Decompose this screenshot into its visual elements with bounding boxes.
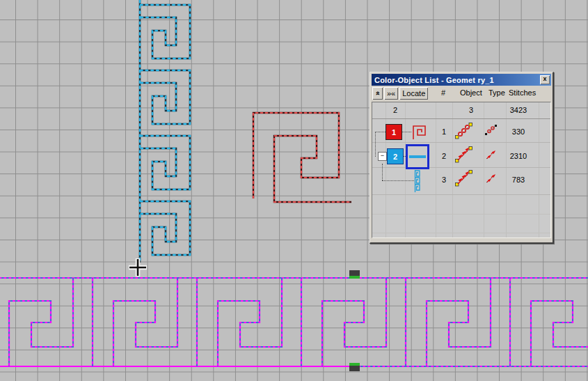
window-toolbar: » »« Locate # Object Type Stitches: [372, 86, 551, 101]
grid-line: [452, 102, 453, 238]
minus-icon: −: [381, 152, 384, 159]
run-stitch-type-icon: [484, 124, 498, 136]
column-header-stitches: Stitches: [509, 88, 536, 97]
locate-button-label: Locate: [402, 89, 425, 98]
window-titlebar[interactable]: Color-Object List - Geomet ry_1 x: [372, 74, 551, 86]
grid-line: [539, 102, 539, 238]
handle-green-bar: [349, 276, 360, 279]
tree-line: [375, 132, 386, 132]
motif-run-object-icon: [454, 146, 473, 164]
border-meander-object[interactable]: [0, 278, 588, 366]
vertical-meander-base: [140, 0, 190, 263]
motif-run-type-icon: [484, 173, 498, 185]
red-meander-object[interactable]: [253, 113, 351, 202]
tree-line: [375, 132, 376, 157]
selected-object-preview-icon: [406, 144, 429, 169]
chevrons-up-icon: »: [374, 91, 382, 95]
red-meander-preview-icon: [411, 123, 429, 141]
border-meander-outline: [0, 278, 588, 366]
summary-color-count: 2: [386, 106, 405, 114]
summary-stitch-total: 3423: [502, 106, 535, 114]
collapse-expand-button[interactable]: »«: [384, 87, 398, 100]
object-stitches: 783: [502, 176, 535, 184]
preview-line: [409, 155, 426, 158]
vertical-meander-object[interactable]: [140, 0, 190, 263]
chevrons-inward-icon: »«: [387, 89, 395, 98]
empty-row-line: [372, 214, 550, 215]
cyan-vertical-meander-icon: [414, 170, 421, 192]
window-title: Color-Object List - Geomet ry_1: [374, 76, 540, 84]
row-separator: [372, 167, 550, 168]
column-header-number: #: [441, 88, 445, 97]
row-separator: [372, 118, 550, 119]
empty-row-line: [372, 233, 550, 233]
handle-knob: [349, 366, 360, 371]
color-swatch-label: 2: [393, 153, 397, 161]
column-header-object: Object: [460, 88, 482, 97]
grid-line: [506, 102, 507, 238]
grid-line: [405, 102, 406, 238]
locate-button[interactable]: Locate: [399, 87, 428, 100]
row-separator: [372, 142, 550, 143]
red-meander-stitches: [253, 113, 351, 202]
row-separator: [372, 194, 550, 195]
crosshair-cursor: [129, 258, 147, 277]
object-list-table: 2 3 3423 1 1: [372, 102, 551, 238]
motif-run-object-icon: [454, 169, 473, 187]
collapse-all-button[interactable]: »: [372, 87, 383, 100]
summary-object-count: 3: [461, 106, 481, 114]
tree-line: [382, 180, 414, 181]
close-icon[interactable]: x: [540, 75, 550, 84]
grid-line: [484, 102, 484, 238]
grid-line: [436, 102, 436, 238]
collapse-expander[interactable]: −: [378, 152, 387, 161]
object-number: 2: [436, 152, 452, 160]
object-stitches: 2310: [502, 152, 535, 160]
color-object-list-window: Color-Object List - Geomet ry_1 x » »« L…: [370, 72, 554, 244]
object-number: 1: [436, 127, 452, 136]
column-header-type: Type: [488, 88, 505, 97]
motif-run-type-icon: [484, 149, 498, 161]
color-swatch-1[interactable]: 1: [386, 124, 402, 140]
color-swatch-label: 1: [392, 128, 396, 137]
color-swatch-2[interactable]: 2: [387, 148, 404, 164]
run-stitch-object-icon: [454, 122, 473, 140]
tree-line: [382, 164, 383, 180]
object-stitches: 330: [502, 127, 535, 136]
handle-knob: [349, 270, 360, 276]
grid-line: [386, 102, 386, 238]
object-number: 3: [436, 176, 452, 184]
border-meander-selection-dashes: [0, 278, 588, 366]
